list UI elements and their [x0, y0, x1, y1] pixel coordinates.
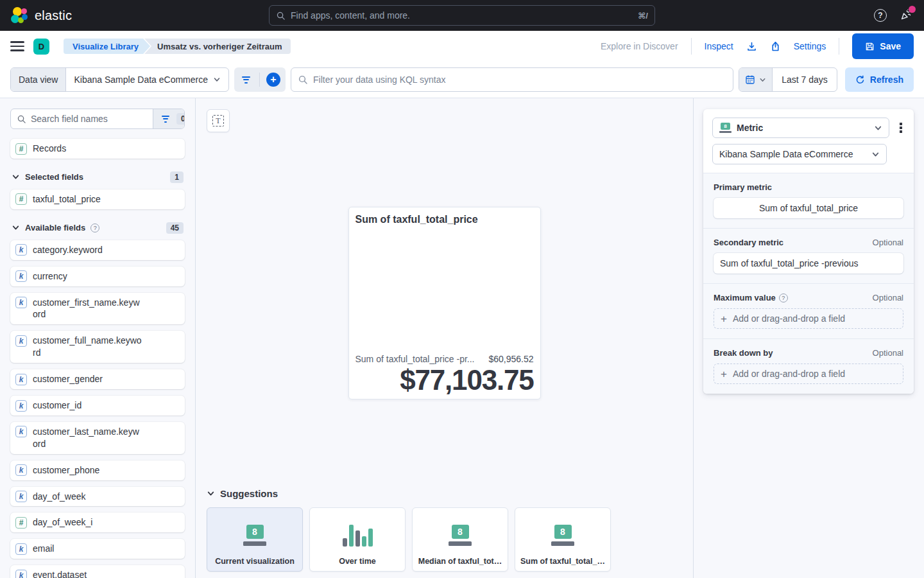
refresh-button[interactable]: Refresh — [845, 67, 914, 92]
metric-chart-icon: 8 — [551, 525, 574, 546]
breadcrumb-visualize-library[interactable]: Visualize Library — [64, 39, 150, 54]
break-down-by-section: Break down by Optional + Add or drag-and… — [703, 338, 914, 394]
field-item[interactable]: kcustomer_gender — [10, 369, 185, 389]
newsfeed-icon[interactable] — [898, 8, 914, 23]
field-item[interactable]: kcurrency — [10, 267, 185, 286]
search-shortcut: ⌘/ — [638, 11, 648, 21]
layer-config-panel: 8 Metric Kibana Sample Data eCommerce Pr… — [703, 109, 914, 394]
field-item[interactable]: #day_of_week_i — [10, 512, 185, 532]
add-filter-button[interactable]: + — [266, 73, 280, 87]
metric-visualization[interactable]: Sum of taxful_total_price Sum of taxful_… — [348, 207, 541, 399]
global-search-input[interactable] — [291, 10, 633, 21]
field-filter-count: 0 — [176, 113, 185, 125]
chevron-down-icon — [874, 124, 882, 132]
suggestion-label: Over time — [339, 557, 376, 566]
info-icon: ? — [779, 293, 788, 302]
inspect-button[interactable]: Inspect — [705, 41, 733, 51]
field-section-header[interactable]: Available fields?45 — [12, 222, 184, 234]
suggestions-header[interactable]: Suggestions — [207, 488, 682, 499]
field-search-input[interactable] — [31, 114, 147, 124]
suggestion-card[interactable]: 8Current visualization — [207, 507, 303, 572]
field-filter-button[interactable]: 0 — [153, 109, 185, 128]
field-item[interactable]: kday_of_week — [10, 487, 185, 507]
field-section-label: Available fields — [25, 223, 85, 232]
chart-type-label: Metric — [737, 123, 763, 133]
number-token-icon: # — [15, 517, 27, 529]
share-icon[interactable] — [770, 41, 781, 52]
help-icon[interactable]: ? — [874, 9, 887, 22]
breadcrumb-current-page: Umsatz vs. vorheriger Zeitraum — [144, 39, 291, 54]
field-count-badge: 1 — [170, 171, 184, 183]
time-range-value[interactable]: Last 7 days — [773, 74, 837, 85]
suggestion-icon-zone — [343, 513, 373, 557]
field-item[interactable]: #taxful_total_price — [10, 189, 185, 209]
primary-metric-value: $77,103.75 — [355, 365, 534, 395]
app-toolbar: D Visualize Library Umsatz vs. vorherige… — [0, 31, 924, 62]
field-item[interactable]: kevent.dataset — [10, 565, 185, 578]
field-search-control: 0 — [10, 109, 185, 129]
info-icon: ? — [90, 223, 99, 232]
drop-placeholder: Add or drag-and-drop a field — [733, 313, 845, 324]
field-item[interactable]: kcustomer_id — [10, 396, 185, 416]
optional-label: Optional — [873, 293, 903, 302]
divider — [259, 73, 260, 87]
download-icon[interactable] — [746, 41, 757, 52]
suggestion-card[interactable]: 8Sum of taxful_total_… — [515, 507, 611, 572]
text-annotation-tool-button[interactable]: T — [207, 109, 230, 132]
filter-controls: + — [234, 67, 286, 92]
plus-icon: + — [721, 369, 727, 380]
kql-filter-input[interactable] — [291, 67, 733, 92]
global-search[interactable]: ⌘/ — [269, 5, 655, 26]
field-search[interactable] — [11, 114, 153, 124]
maximum-value-drop-target[interactable]: + Add or drag-and-drop a field — [714, 308, 903, 329]
data-view-value: Kibana Sample Data eCommerce — [74, 74, 208, 85]
drop-placeholder: Add or drag-and-drop a field — [733, 369, 845, 379]
calendar-icon[interactable] — [739, 68, 773, 91]
menu-icon[interactable] — [10, 40, 24, 52]
keyword-token-icon: k — [15, 491, 27, 502]
keyword-token-icon: k — [15, 270, 27, 282]
field-item[interactable]: kcustomer_first_name.keyword — [10, 293, 185, 325]
field-name: email — [33, 543, 54, 555]
field-name: customer_last_name.keyword — [33, 426, 143, 450]
suggestion-card[interactable]: Over time — [309, 507, 406, 572]
secondary-metric-value: $60,956.52 — [483, 354, 533, 364]
data-view-picker[interactable]: Data view Kibana Sample Data eCommerce — [10, 67, 229, 92]
filter-icon[interactable] — [239, 76, 253, 83]
field-item[interactable]: kcategory.keyword — [10, 240, 185, 260]
section-label: Primary metric — [714, 182, 772, 192]
metric-chart-icon: 8 — [243, 525, 266, 546]
suggestion-icon-zone: 8 — [551, 513, 574, 557]
chevron-down-icon — [207, 489, 215, 498]
breadcrumb: Visualize Library Umsatz vs. vorheriger … — [64, 39, 291, 54]
space-badge[interactable]: D — [33, 39, 49, 55]
elastic-logo[interactable]: elastic — [10, 6, 72, 24]
suggestion-label: Sum of taxful_total_… — [520, 557, 605, 566]
settings-button[interactable]: Settings — [794, 41, 826, 51]
elastic-wordmark: elastic — [35, 8, 72, 23]
layer-actions-icon[interactable] — [897, 120, 905, 136]
save-button[interactable]: Save — [852, 33, 914, 59]
field-item[interactable]: kcustomer_phone — [10, 460, 185, 480]
primary-metric-dimension[interactable]: Sum of taxful_total_price — [714, 198, 903, 218]
time-picker: Last 7 days — [739, 67, 837, 92]
chart-type-selector[interactable]: 8 Metric — [712, 118, 889, 138]
field-section-header[interactable]: Selected fields1 — [12, 171, 184, 183]
layer-data-view-selector[interactable]: Kibana Sample Data eCommerce — [712, 144, 887, 164]
search-icon — [276, 11, 286, 21]
field-item[interactable]: kemail — [10, 539, 185, 559]
field-item[interactable]: kcustomer_last_name.keyword — [10, 422, 185, 454]
field-section-label: Selected fields — [25, 172, 83, 182]
break-down-by-drop-target[interactable]: + Add or drag-and-drop a field — [714, 363, 903, 384]
keyword-token-icon: k — [15, 244, 27, 256]
suggestion-card[interactable]: 8Median of taxful_tot… — [412, 507, 508, 572]
refresh-icon — [855, 75, 865, 85]
chevron-down-icon — [213, 76, 221, 83]
suggestion-label: Current visualization — [215, 557, 295, 566]
kql-input[interactable] — [313, 74, 726, 85]
field-item[interactable]: kcustomer_full_name.keyword — [10, 331, 185, 363]
field-item-records[interactable]: # Records — [10, 139, 185, 159]
search-icon — [17, 114, 26, 124]
suggestions-title: Suggestions — [220, 488, 278, 499]
secondary-metric-dimension[interactable]: Sum of taxful_total_price -previous — [714, 253, 903, 274]
